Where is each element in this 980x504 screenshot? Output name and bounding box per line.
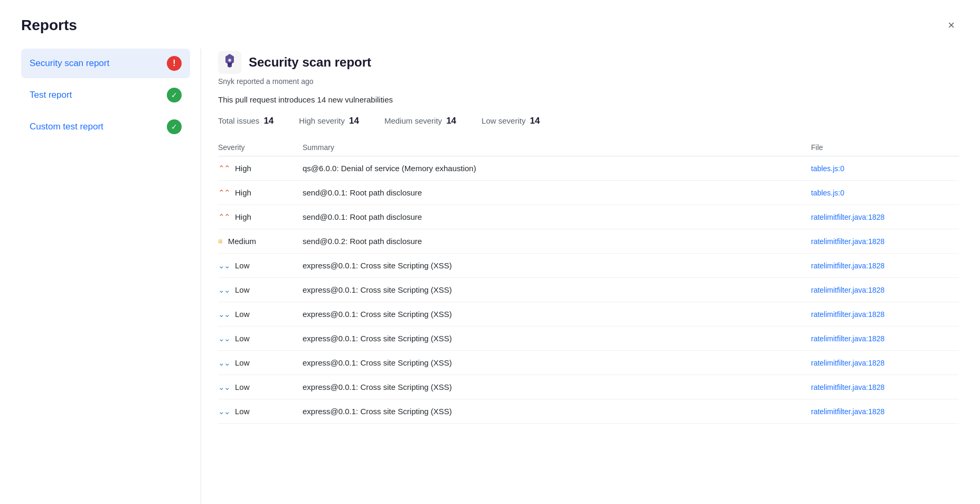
summary-cell: send@0.0.2: Root path disclosure [303, 237, 811, 246]
stat-value: 14 [349, 116, 359, 126]
file-link[interactable]: ratelimitfilter.java:1828 [811, 262, 959, 270]
severity-label: Low [235, 285, 250, 294]
modal-header: Reports × [21, 17, 959, 34]
sidebar-item-label: Test report [30, 90, 72, 100]
table-row: ⌄⌄ Low express@0.0.1: Cross site Scripti… [218, 399, 959, 424]
summary-cell: express@0.0.1: Cross site Scripting (XSS… [303, 407, 811, 416]
success-badge: ✓ [167, 119, 182, 134]
severity-label: Low [235, 310, 250, 319]
stat-low-severity: Low severity 14 [482, 116, 540, 126]
low-severity-icon: ⌄⌄ [218, 383, 230, 391]
vulnerability-table: Severity Summary File ⌃⌃ High qs@6.0.0: … [218, 139, 959, 424]
stat-medium-severity: Medium severity 14 [384, 116, 456, 126]
error-badge: ! [167, 56, 182, 71]
file-link[interactable]: tables.js:0 [811, 189, 959, 197]
file-link[interactable]: ratelimitfilter.java:1828 [811, 310, 959, 319]
summary-cell: express@0.0.1: Cross site Scripting (XSS… [303, 358, 811, 367]
summary-cell: express@0.0.1: Cross site Scripting (XSS… [303, 285, 811, 294]
file-link[interactable]: ratelimitfilter.java:1828 [811, 286, 959, 294]
file-link[interactable]: tables.js:0 [811, 164, 959, 173]
table-row: ⌄⌄ Low express@0.0.1: Cross site Scripti… [218, 326, 959, 351]
low-severity-icon: ⌄⌄ [218, 359, 230, 367]
severity-cell: ⌄⌄ Low [218, 382, 303, 391]
severity-cell: ⌄⌄ Low [218, 334, 303, 343]
sidebar-item-label: Custom test report [30, 122, 103, 132]
report-meta: Snyk reported a moment ago [218, 77, 959, 86]
stat-label: Medium severity [384, 116, 442, 125]
svg-point-1 [229, 59, 231, 62]
severity-label: Low [235, 334, 250, 343]
severity-cell: ⌄⌄ Low [218, 407, 303, 416]
table-row: ⌃⌃ High send@0.0.1: Root path disclosure… [218, 181, 959, 205]
severity-cell: ⌄⌄ Low [218, 358, 303, 367]
sidebar-item-test-report[interactable]: Test report ✓ [21, 80, 190, 110]
file-link[interactable]: ratelimitfilter.java:1828 [811, 213, 959, 221]
table-header: Severity Summary File [218, 139, 959, 156]
file-link[interactable]: ratelimitfilter.java:1828 [811, 383, 959, 391]
severity-label: Medium [228, 237, 256, 246]
table-rows: ⌃⌃ High qs@6.0.0: Denial of service (Mem… [218, 156, 959, 424]
col-summary: Summary [303, 143, 811, 152]
severity-label: High [235, 212, 251, 221]
report-intro: This pull request introduces 14 new vuln… [218, 95, 959, 104]
sidebar-item-label: Security scan report [30, 58, 109, 69]
severity-cell: ⌃⌃ High [218, 212, 303, 221]
low-severity-icon: ⌄⌄ [218, 334, 230, 342]
severity-cell: ⌃⌃ High [218, 188, 303, 197]
col-file: File [811, 143, 959, 152]
sidebar: Security scan report ! Test report ✓ Cus… [21, 49, 201, 504]
summary-cell: express@0.0.1: Cross site Scripting (XSS… [303, 261, 811, 270]
high-severity-icon: ⌃⌃ [218, 164, 230, 172]
reports-modal: Reports × Security scan report ! Test re… [0, 0, 980, 504]
table-row: ⌃⌃ High qs@6.0.0: Denial of service (Mem… [218, 156, 959, 181]
file-link[interactable]: ratelimitfilter.java:1828 [811, 237, 959, 246]
low-severity-icon: ⌄⌄ [218, 286, 230, 294]
high-severity-icon: ⌃⌃ [218, 189, 230, 197]
high-severity-icon: ⌃⌃ [218, 213, 230, 221]
summary-cell: send@0.0.1: Root path disclosure [303, 188, 811, 197]
file-link[interactable]: ratelimitfilter.java:1828 [811, 334, 959, 343]
summary-cell: send@0.0.1: Root path disclosure [303, 212, 811, 221]
severity-cell: ⌄⌄ Low [218, 285, 303, 294]
table-row: ⌄⌄ Low express@0.0.1: Cross site Scripti… [218, 254, 959, 278]
medium-severity-icon: ≡ [218, 237, 223, 245]
report-title: Security scan report [249, 55, 371, 70]
severity-cell: ⌄⌄ Low [218, 310, 303, 319]
severity-cell: ⌄⌄ Low [218, 261, 303, 270]
table-row: ⌄⌄ Low express@0.0.1: Cross site Scripti… [218, 302, 959, 326]
stat-total-issues: Total issues 14 [218, 116, 274, 126]
file-link[interactable]: ratelimitfilter.java:1828 [811, 359, 959, 367]
stat-value: 14 [446, 116, 456, 126]
stat-label: High severity [299, 116, 345, 125]
table-row: ≡ Medium send@0.0.2: Root path disclosur… [218, 229, 959, 254]
main-content: Security scan report Snyk reported a mom… [201, 49, 959, 504]
stat-label: Low severity [482, 116, 525, 125]
sidebar-item-security-scan[interactable]: Security scan report ! [21, 49, 190, 78]
severity-cell: ⌃⌃ High [218, 164, 303, 173]
severity-label: Low [235, 382, 250, 391]
low-severity-icon: ⌄⌄ [218, 407, 230, 415]
severity-cell: ≡ Medium [218, 237, 303, 246]
sidebar-item-custom-test[interactable]: Custom test report ✓ [21, 112, 190, 142]
low-severity-icon: ⌄⌄ [218, 262, 230, 269]
modal-title: Reports [21, 17, 77, 34]
modal-body: Security scan report ! Test report ✓ Cus… [21, 49, 959, 504]
snyk-logo-icon [218, 51, 241, 74]
stats-row: Total issues 14 High severity 14 Medium … [218, 116, 959, 126]
severity-label: High [235, 164, 251, 173]
stat-value: 14 [530, 116, 540, 126]
summary-cell: express@0.0.1: Cross site Scripting (XSS… [303, 334, 811, 343]
success-badge: ✓ [167, 88, 182, 102]
report-header: Security scan report [218, 51, 959, 74]
table-row: ⌃⌃ High send@0.0.1: Root path disclosure… [218, 205, 959, 229]
close-button[interactable]: × [944, 17, 959, 33]
table-row: ⌄⌄ Low express@0.0.1: Cross site Scripti… [218, 375, 959, 399]
stat-high-severity: High severity 14 [299, 116, 359, 126]
severity-label: Low [235, 358, 250, 367]
file-link[interactable]: ratelimitfilter.java:1828 [811, 407, 959, 416]
severity-label: Low [235, 261, 250, 270]
table-row: ⌄⌄ Low express@0.0.1: Cross site Scripti… [218, 278, 959, 302]
stat-label: Total issues [218, 116, 259, 125]
severity-label: High [235, 188, 251, 197]
stat-value: 14 [263, 116, 274, 126]
